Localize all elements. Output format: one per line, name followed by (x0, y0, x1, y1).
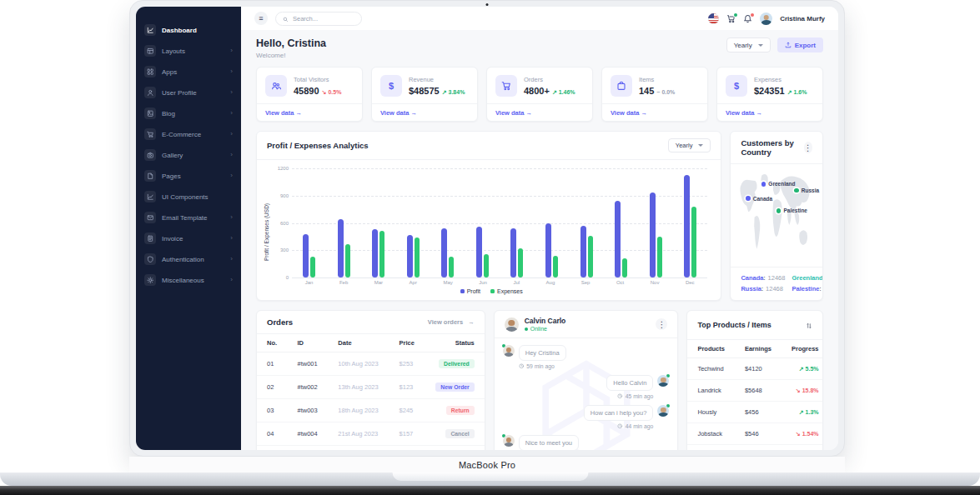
profit-bar[interactable] (338, 219, 344, 278)
language-flag-us-icon[interactable] (708, 13, 719, 24)
profit-bar[interactable] (441, 228, 447, 278)
bar-group-feb[interactable] (338, 168, 350, 278)
expenses-bar[interactable] (622, 258, 627, 278)
expenses-bar[interactable] (310, 257, 315, 278)
map-marker-greenland[interactable]: Greenland (761, 181, 796, 187)
sidebar-item-blog[interactable]: Blog › (136, 104, 241, 122)
menu-toggle-button[interactable]: ≡ (254, 12, 268, 25)
bar-group-mar[interactable] (372, 168, 384, 278)
chat-messages: Hey Cristina59 min ago Hello Calvin45 mi… (495, 338, 678, 450)
sidebar-item-gallery[interactable]: Gallery › (136, 146, 241, 164)
orders-col-header: ID (288, 334, 329, 352)
bar-group-may[interactable] (441, 168, 454, 278)
map-marker-canada[interactable]: Canada (746, 196, 772, 202)
view-data-link[interactable]: View data → (602, 103, 707, 121)
sidebar-item-label: Email Template (162, 214, 208, 222)
sidebar-item-authentication[interactable]: Authentication › (136, 250, 241, 268)
expenses-bar[interactable] (657, 237, 662, 278)
sidebar-item-invoice[interactable]: Invoice › (136, 229, 241, 248)
cart-icon (144, 128, 156, 140)
search-input[interactable] (293, 15, 354, 22)
chat-bubble: Hey Cristina (519, 345, 566, 361)
sidebar-item-pages[interactable]: Pages › (136, 167, 241, 185)
cart-button[interactable] (726, 14, 736, 23)
world-map: Canada Greenland Russia Palestine (731, 164, 822, 268)
view-data-link[interactable]: View data → (372, 103, 477, 121)
stat-trend: ↗ 1.46% (552, 89, 575, 95)
view-data-link[interactable]: View data → (717, 103, 822, 121)
expenses-bar[interactable] (588, 236, 593, 278)
sidebar-item-miscellaneous[interactable]: Miscellaneous › (136, 271, 241, 289)
expenses-bar[interactable] (484, 254, 489, 278)
country-stat-palestine: Palestine:12468 (792, 285, 823, 292)
sort-button[interactable] (806, 318, 812, 332)
sidebar-item-ui-components[interactable]: UI Components (136, 188, 241, 206)
bar-group-oct[interactable] (615, 168, 627, 278)
legend-item-expenses[interactable]: Expenses (490, 288, 523, 294)
sidebar-item-user-profile[interactable]: User Profile › (136, 83, 241, 102)
bar-group-apr[interactable] (407, 168, 420, 278)
table-row[interactable]: Techwind $4120 ↗ 5.5% (687, 358, 823, 380)
bar-group-aug[interactable] (545, 168, 558, 278)
table-row[interactable]: Hously $456 ↗ 1.3% (687, 402, 823, 423)
chart-period-select[interactable]: Yearly (668, 138, 711, 152)
bar-group-dec[interactable] (684, 168, 696, 278)
marker-label: Canada (753, 196, 772, 202)
expenses-bar[interactable] (449, 257, 454, 278)
order-id: #tw002 (288, 376, 329, 399)
table-row[interactable]: Jobstack $546 ↘ 1.54% (687, 423, 823, 445)
bar-group-nov[interactable] (650, 168, 662, 278)
user-name[interactable]: Cristina Murfy (780, 15, 825, 22)
profit-bar[interactable] (407, 235, 413, 278)
expenses-bar[interactable] (345, 244, 350, 278)
table-row[interactable]: Landrick $5648 ↘ 15.8% (687, 380, 823, 402)
stat-trend: ↗ 1.6% (787, 89, 807, 95)
bar-group-jun[interactable] (476, 168, 489, 278)
expenses-bar[interactable] (415, 238, 420, 278)
stat-title: Orders (524, 76, 575, 83)
sidebar-item-email-template[interactable]: Email Template › (136, 208, 241, 227)
profit-bar[interactable] (545, 223, 551, 278)
stat-card-items: Items 145~ 0.0% View data → (601, 67, 708, 122)
export-button[interactable]: Export (777, 38, 823, 52)
sidebar-item-layouts[interactable]: Layouts › (136, 42, 241, 60)
chat-options-button[interactable]: ⋮ (656, 318, 667, 330)
order-id: #tw003 (288, 399, 329, 422)
view-orders-link[interactable]: View orders → (428, 318, 475, 326)
period-select[interactable]: Yearly (726, 38, 771, 52)
map-marker-russia[interactable]: Russia (794, 188, 819, 193)
order-no: 03 (257, 399, 288, 422)
sidebar-item-e-commerce[interactable]: E-Commerce › (136, 125, 241, 143)
expenses-bar[interactable] (518, 248, 523, 278)
table-row[interactable]: 03 #tw003 18th Aug 2023 $245 Return (257, 399, 485, 422)
profit-bar[interactable] (372, 229, 378, 278)
profit-bar[interactable] (303, 234, 309, 278)
apps-icon (144, 66, 156, 78)
legend-item-profit[interactable]: Profit (460, 288, 480, 294)
sidebar-item-dashboard[interactable]: Dashboard (136, 21, 241, 39)
notifications-button[interactable] (743, 14, 752, 23)
expenses-bar[interactable] (379, 231, 384, 278)
profit-bar[interactable] (580, 226, 586, 278)
sidebar-item-apps[interactable]: Apps › (136, 62, 241, 81)
table-row[interactable]: 01 #tw001 10th Aug 2023 $253 Delivered (257, 352, 485, 376)
more-options-button[interactable]: ⋮ (804, 142, 812, 153)
table-row[interactable]: 04 #tw004 21st Aug 2023 $157 Cancel (257, 422, 485, 446)
profit-bar[interactable] (650, 192, 656, 278)
table-row[interactable]: 02 #tw002 13th Aug 2023 $123 New Order (257, 376, 485, 399)
view-data-link[interactable]: View data → (257, 103, 362, 121)
profit-bar[interactable] (684, 175, 690, 278)
map-marker-palestine[interactable]: Palestine (776, 208, 807, 213)
expenses-bar[interactable] (553, 256, 558, 278)
y-tick-label: 600 (272, 221, 289, 226)
profit-bar[interactable] (510, 228, 516, 278)
profit-bar[interactable] (615, 201, 621, 278)
user-avatar[interactable] (760, 12, 772, 25)
search-box[interactable] (275, 12, 362, 26)
expenses-bar[interactable] (691, 207, 696, 278)
profit-bar[interactable] (476, 227, 482, 278)
view-data-link[interactable]: View data → (487, 103, 592, 121)
bar-group-sep[interactable] (580, 168, 593, 278)
bar-group-jan[interactable] (303, 168, 315, 278)
bar-group-jul[interactable] (510, 168, 523, 278)
